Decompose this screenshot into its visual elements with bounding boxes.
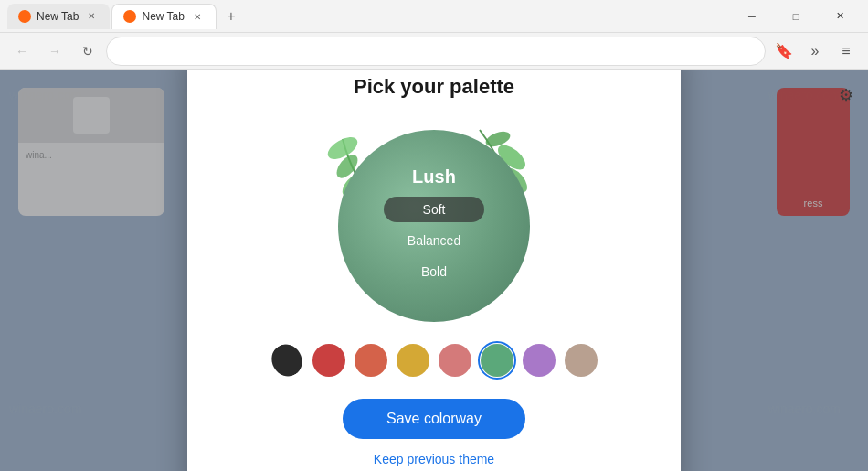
modal-title: Pick your palette [354, 75, 514, 99]
minimize-button[interactable]: ─ [731, 2, 773, 31]
tab-2-close[interactable]: ✕ [190, 9, 205, 24]
page-content: winaero.com winaero.com winaero.com wina… [0, 70, 868, 471]
close-button[interactable]: ✕ [819, 2, 861, 31]
palette-modal: Pick your palette [187, 70, 681, 471]
palette-circle: Lush Soft Balanced Bold [338, 130, 530, 322]
toolbar-icons: 🔖 » ≡ [769, 37, 861, 66]
tab-2[interactable]: New Tab ✕ [111, 4, 216, 29]
palette-option-balanced[interactable]: Balanced [384, 228, 484, 253]
forward-button[interactable]: → [40, 37, 69, 66]
tab-1-icon [18, 10, 31, 23]
swatch-orange-red[interactable] [355, 344, 387, 377]
address-bar[interactable] [106, 37, 766, 66]
extensions-icon[interactable]: » [800, 37, 830, 66]
swatch-pink[interactable] [439, 344, 471, 377]
save-colorway-button[interactable]: Save colorway [343, 399, 525, 439]
keep-previous-theme-link[interactable]: Keep previous theme [374, 452, 494, 466]
tab-strip: New Tab ✕ New Tab ✕ + [7, 4, 731, 29]
back-button[interactable]: ← [7, 37, 37, 66]
swatch-red[interactable] [312, 344, 345, 377]
palette-name: Lush [412, 166, 456, 187]
swatch-purple[interactable] [523, 344, 556, 377]
tab-2-title: New Tab [142, 10, 184, 23]
tab-1-close[interactable]: ✕ [84, 9, 99, 24]
color-swatches [270, 344, 598, 377]
tab-2-icon [123, 10, 136, 23]
swatch-green[interactable] [481, 344, 513, 377]
palette-circle-container: Lush Soft Balanced Bold [324, 121, 544, 322]
title-bar: New Tab ✕ New Tab ✕ + ─ □ ✕ [0, 0, 868, 33]
modal-overlay: Pick your palette [0, 70, 868, 471]
bookmark-icon[interactable]: 🔖 [769, 37, 799, 66]
swatch-black[interactable] [264, 337, 309, 382]
svg-point-2 [324, 133, 361, 164]
new-tab-button[interactable]: + [218, 4, 244, 29]
palette-option-soft[interactable]: Soft [384, 197, 484, 222]
palette-option-bold[interactable]: Bold [384, 259, 484, 284]
refresh-button[interactable]: ↻ [73, 37, 102, 66]
maximize-button[interactable]: □ [775, 2, 817, 31]
toolbar: ← → ↻ 🔖 » ≡ [0, 33, 868, 70]
window-controls: ─ □ ✕ [731, 2, 861, 31]
swatch-yellow[interactable] [397, 344, 429, 377]
tab-1[interactable]: New Tab ✕ [7, 4, 110, 29]
swatch-tan[interactable] [565, 344, 598, 377]
tab-1-title: New Tab [37, 10, 79, 23]
browser-window: New Tab ✕ New Tab ✕ + ─ □ ✕ ← → ↻ 🔖 » ≡ [0, 0, 868, 471]
menu-icon[interactable]: ≡ [831, 37, 861, 66]
